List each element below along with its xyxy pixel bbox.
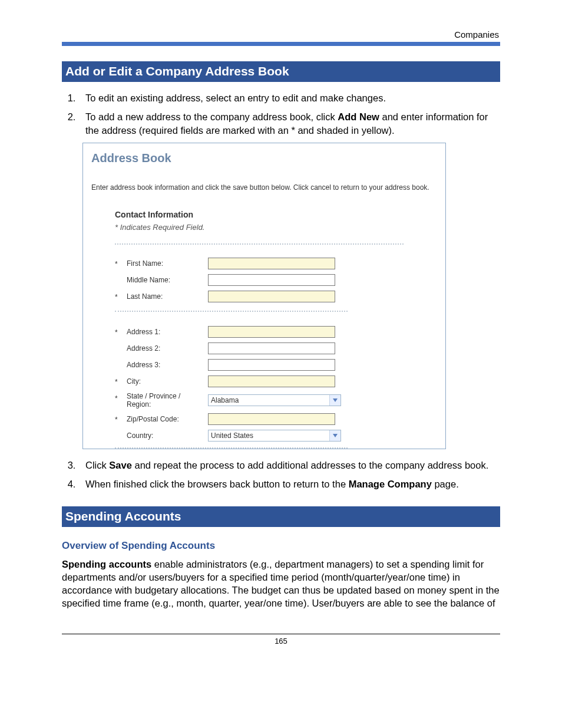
chevron-down-icon <box>329 395 340 406</box>
last-name-input[interactable] <box>208 291 335 302</box>
address-fields-table: * Address 1: Address 2: Address 3: * Cit… <box>115 324 341 444</box>
middle-name-input[interactable] <box>208 274 335 286</box>
address3-input[interactable] <box>208 359 335 371</box>
middle-name-label: Middle Name: <box>127 272 208 288</box>
step-2: To add a new address to the company addr… <box>78 110 500 137</box>
required-star: * <box>115 390 127 411</box>
spending-overview-subhead: Overview of Spending Accounts <box>62 540 500 552</box>
page-number: 165 <box>275 637 287 645</box>
page-header-right: Companies <box>62 29 500 39</box>
name-fields-table: * First Name: Middle Name: * Last Name: <box>115 255 335 305</box>
address2-label: Address 2: <box>127 340 208 357</box>
country-label: Country: <box>127 427 208 444</box>
country-select-value: United States <box>209 431 329 440</box>
required-star: * <box>115 373 127 390</box>
country-select[interactable]: United States <box>208 430 341 442</box>
first-name-label: First Name: <box>127 255 208 272</box>
address-book-title: Address Book <box>91 151 437 165</box>
zip-input[interactable] <box>208 413 335 425</box>
header-rule <box>62 42 500 46</box>
last-name-label: Last Name: <box>127 288 208 305</box>
address1-input[interactable] <box>208 326 335 338</box>
address2-input[interactable] <box>208 342 335 354</box>
chevron-down-icon <box>329 430 340 441</box>
state-select[interactable]: Alabama <box>208 394 341 406</box>
required-star: * <box>115 288 127 305</box>
zip-label: Zip/Postal Code: <box>127 411 208 427</box>
first-name-input[interactable] <box>208 258 335 269</box>
required-star: * <box>115 255 127 272</box>
step-3: Click Save and repeat the process to add… <box>78 459 500 472</box>
state-select-value: Alabama <box>209 396 329 404</box>
section-heading-spending-accounts: Spending Accounts <box>62 506 500 527</box>
spending-overview-paragraph: Spending accounts enable administrators … <box>62 558 500 610</box>
state-label: State / Province / Region: <box>127 390 208 411</box>
step-1: To edit an existing address, select an e… <box>78 91 500 104</box>
svg-marker-1 <box>333 434 338 437</box>
required-note: * Indicates Required Field. <box>115 223 437 232</box>
address-book-screenshot: Address Book Enter address book informat… <box>82 143 446 449</box>
address3-label: Address 3: <box>127 357 208 373</box>
city-label: City: <box>127 373 208 390</box>
required-star: * <box>115 411 127 427</box>
separator <box>115 447 348 449</box>
city-input[interactable] <box>208 375 335 387</box>
section-heading-address-book: Add or Edit a Company Address Book <box>62 61 500 82</box>
address1-label: Address 1: <box>127 324 208 340</box>
contact-info-heading: Contact Information <box>115 210 437 219</box>
step-4: When finished click the browsers back bu… <box>78 477 500 490</box>
address-book-instruction: Enter address book information and click… <box>91 183 437 192</box>
required-star: * <box>115 324 127 340</box>
svg-marker-0 <box>333 398 338 402</box>
